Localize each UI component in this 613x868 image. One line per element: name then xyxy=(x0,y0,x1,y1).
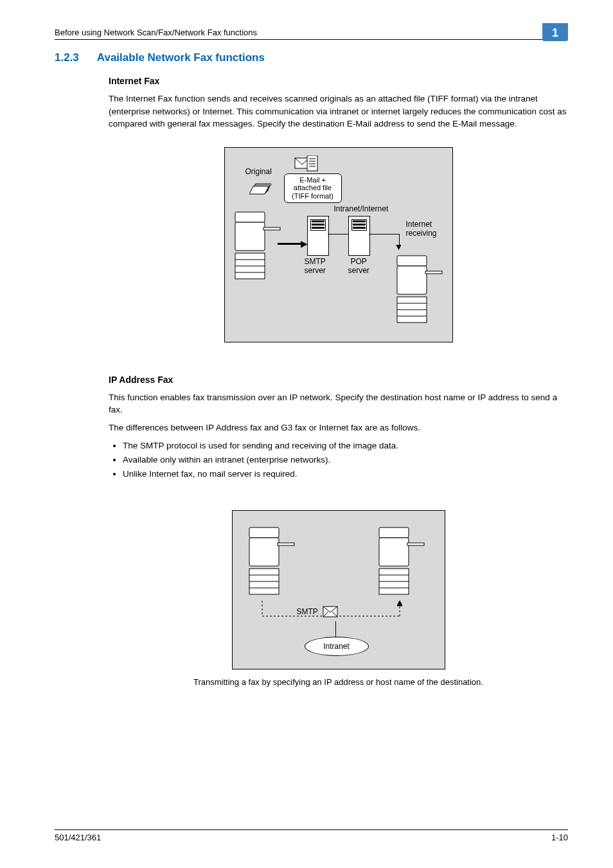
mfp-receiver-icon xyxy=(393,248,449,332)
svg-rect-25 xyxy=(278,543,294,545)
label-smtp: SMTP xyxy=(297,607,318,616)
envelope-attachment-icon xyxy=(294,155,319,175)
pop-server-icon xyxy=(348,216,370,256)
callout-attachment: E-Mail + attached file (TIFF format) xyxy=(284,173,342,203)
running-head: Before using Network Scan/Fax/Network Fa… xyxy=(55,28,257,37)
label-pop-server: POP server xyxy=(348,257,369,275)
section-title: Available Network Fax functions xyxy=(97,51,265,64)
footer-model: 501/421/361 xyxy=(55,833,101,842)
oval-intranet: Intranet xyxy=(305,637,369,656)
svg-rect-31 xyxy=(379,538,409,566)
envelope-icon xyxy=(323,606,338,620)
line-icon xyxy=(328,234,348,235)
section-number: 1.2.3 xyxy=(55,51,79,64)
subheading-internet-fax: Internet Fax xyxy=(109,76,568,86)
svg-rect-23 xyxy=(249,527,279,538)
svg-rect-30 xyxy=(379,527,409,538)
list-item: The SMTP protocol is used for sending an… xyxy=(123,439,568,453)
label-intranet-internet: Intranet/Internet xyxy=(334,204,389,213)
paragraph-internet-fax: The Internet Fax function sends and rece… xyxy=(109,93,568,130)
footer-rule xyxy=(55,829,568,830)
svg-rect-10 xyxy=(235,222,265,251)
arrow-icon xyxy=(278,243,303,245)
svg-rect-9 xyxy=(235,212,265,222)
figure-internet-fax: Original xyxy=(224,147,453,342)
list-item: Unlike Internet fax, no mail server is r… xyxy=(123,467,568,481)
figure-caption-ip-fax: Transmitting a fax by specifying an IP a… xyxy=(109,677,568,687)
paragraph-ip-fax-2: The differences between IP Address fax a… xyxy=(109,421,568,434)
svg-rect-32 xyxy=(407,543,424,545)
line-icon xyxy=(369,234,400,235)
chapter-number-tab: 1 xyxy=(542,23,568,41)
mfp-left-icon xyxy=(245,520,301,603)
bullet-list-ip-fax: The SMTP protocol is used for sending an… xyxy=(109,439,568,481)
svg-rect-16 xyxy=(397,256,427,266)
svg-rect-11 xyxy=(263,227,280,230)
figure-ip-address-fax: SMTP Intranet xyxy=(232,510,445,669)
paragraph-ip-fax-1: This function enables fax transmission o… xyxy=(109,391,568,416)
svg-rect-4 xyxy=(307,155,317,171)
svg-rect-24 xyxy=(249,538,279,566)
mfp-sender-icon xyxy=(231,204,287,288)
line-icon xyxy=(335,621,336,637)
svg-rect-17 xyxy=(397,266,427,294)
svg-rect-18 xyxy=(425,271,442,274)
footer-page-number: 1-10 xyxy=(551,833,568,842)
list-item: Available only within an intranet (enter… xyxy=(123,453,568,467)
smtp-server-icon xyxy=(307,216,329,256)
label-internet-receiving: Internet receiving xyxy=(406,220,437,238)
label-original: Original xyxy=(245,167,272,176)
document-stack-icon xyxy=(249,179,275,199)
label-smtp-server: SMTP server xyxy=(305,257,326,275)
subheading-ip-address-fax: IP Address Fax xyxy=(109,375,568,385)
mfp-right-icon xyxy=(375,520,431,603)
header-rule xyxy=(55,39,568,40)
svg-marker-40 xyxy=(397,601,402,606)
